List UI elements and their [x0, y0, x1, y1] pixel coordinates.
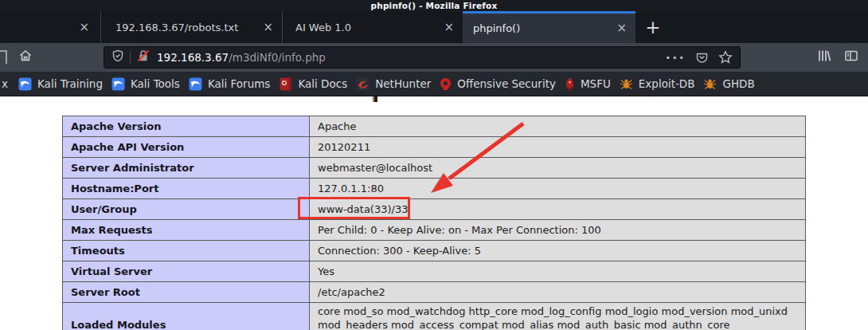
page-actions-icon[interactable]: ••• — [666, 53, 686, 63]
plus-icon: + — [645, 17, 660, 37]
table-row: Apache API Version 20120211 — [63, 137, 806, 158]
insecure-lock-icon[interactable] — [137, 49, 151, 65]
row-value: 127.0.1.1:80 — [310, 179, 806, 199]
kali-dragon-icon — [18, 77, 32, 91]
sidebar-icon — [844, 49, 858, 66]
offsec-icon — [440, 77, 452, 91]
bookmark-kali-docs[interactable]: Kali Docs — [279, 77, 347, 91]
urlbar-divider — [130, 51, 131, 65]
bookmark-label: Kali Forums — [208, 77, 271, 90]
tab-bar: × 192.168.3.67/robots.txt × AI Web 1.0 ×… — [0, 11, 868, 43]
partial-bookmark-label[interactable]: x — [0, 77, 10, 90]
url-text[interactable]: 192.168.3.67/m3diNf0/info.php — [157, 51, 326, 64]
row-label: Virtual Server — [63, 261, 310, 282]
bookmark-label: GHDB — [722, 77, 754, 90]
bookmark-kali-training[interactable]: Kali Training — [18, 77, 103, 91]
url-host: 192.168.3.67 — [157, 51, 229, 64]
new-tab-button[interactable]: + — [635, 11, 671, 43]
table-row: Server Root /etc/apache2 — [63, 282, 806, 303]
bookmark-star-icon[interactable] — [718, 50, 733, 65]
tab-label: AI Web 1.0 — [295, 22, 351, 33]
pocket-icon[interactable] — [695, 51, 709, 65]
spider-icon — [703, 77, 717, 91]
tab-partial[interactable]: × — [0, 11, 100, 43]
spider-icon — [620, 77, 633, 91]
tab-label: phpinfo() — [473, 22, 520, 34]
row-value: Connection: 300 - Keep-Alive: 5 — [310, 241, 806, 261]
row-label: Apache API Version — [63, 137, 310, 158]
bookmark-label: Exploit-DB — [639, 77, 695, 90]
close-icon[interactable]: × — [608, 19, 635, 37]
table-row: Loaded Modules core mod_so mod_watchdog … — [63, 303, 806, 330]
bookmark-label: Offensive Security — [457, 77, 556, 90]
library-button[interactable] — [815, 49, 833, 66]
table-row-user-group: User/Group www-data(33)/33 — [63, 199, 806, 220]
sidebars-button[interactable] — [843, 49, 860, 66]
table-row: Apache Version Apache — [63, 116, 806, 137]
table-row: Hostname:Port 127.0.1.1:80 — [63, 179, 806, 199]
nethunter-icon — [356, 77, 369, 91]
close-icon[interactable]: × — [435, 18, 463, 37]
shield-icon[interactable] — [111, 49, 124, 65]
table-row: Server Administrator webmaster@localhost — [63, 158, 806, 179]
row-value: Apache — [310, 116, 806, 137]
tab-label: 192.168.3.67/robots.txt — [115, 22, 238, 33]
bookmarks-toolbar: x Kali Training Kali Tools Kali Forums K… — [0, 72, 868, 96]
kali-dragon-icon — [111, 77, 125, 91]
bookmark-offensive-security[interactable]: Offensive Security — [440, 77, 556, 91]
library-icon — [817, 49, 831, 66]
table-row: Max Requests Per Child: 0 - Keep Alive: … — [63, 220, 806, 241]
docs-book-icon — [279, 77, 292, 91]
row-label: Server Administrator — [63, 158, 310, 179]
row-value: core mod_so mod_watchdog http_core mod_l… — [310, 303, 806, 330]
bookmark-kali-forums[interactable]: Kali Forums — [189, 77, 271, 91]
home-icon — [18, 49, 33, 66]
tab-robots-txt[interactable]: 192.168.3.67/robots.txt × — [100, 11, 282, 43]
row-label: Max Requests — [63, 220, 310, 241]
partial-toolbar-icon — [0, 50, 7, 64]
tab-ai-web[interactable]: AI Web 1.0 × — [282, 11, 463, 43]
window-titlebar: phpinfo() - Mozilla Firefox — [0, 0, 868, 11]
bookmark-msfu[interactable]: MSFU — [565, 77, 611, 91]
annotation-highlight-box — [298, 197, 410, 219]
row-value: Per Child: 0 - Keep Alive: on - Max Per … — [310, 220, 806, 241]
row-label: Apache Version — [63, 116, 310, 137]
bookmark-kali-tools[interactable]: Kali Tools — [111, 77, 180, 91]
bookmark-label: Kali Tools — [131, 77, 180, 90]
bookmark-label: MSFU — [581, 77, 611, 90]
row-label: Timeouts — [63, 241, 310, 261]
home-button[interactable] — [17, 49, 34, 66]
bookmark-label: Kali Training — [37, 77, 103, 90]
row-label: Hostname:Port — [63, 179, 310, 199]
url-bar[interactable]: 192.168.3.67/m3diNf0/info.php ••• — [104, 46, 741, 69]
table-row: Timeouts Connection: 300 - Keep-Alive: 5 — [63, 241, 806, 261]
bookmark-ghdb[interactable]: GHDB — [703, 77, 754, 91]
row-label: Loaded Modules — [63, 303, 310, 330]
row-value: Yes — [310, 261, 806, 282]
bookmark-label: Kali Docs — [298, 77, 347, 90]
page-content: Apache Version Apache Apache API Version… — [0, 96, 868, 330]
close-icon[interactable]: × — [254, 18, 282, 37]
phpinfo-apache-table: Apache Version Apache Apache API Version… — [62, 116, 806, 330]
clipped-heading-fragment — [373, 96, 377, 102]
table-row: Virtual Server Yes — [63, 261, 806, 282]
kali-dragon-icon — [189, 77, 202, 91]
close-icon[interactable]: × — [70, 18, 100, 37]
row-label: Server Root — [63, 282, 310, 303]
bookmark-exploit-db[interactable]: Exploit-DB — [620, 77, 695, 91]
tab-phpinfo-active[interactable]: phpinfo() × — [463, 11, 635, 43]
msfu-rocket-icon — [565, 77, 575, 91]
row-value: webmaster@localhost — [310, 158, 806, 179]
navigation-toolbar: 192.168.3.67/m3diNf0/info.php ••• — [0, 43, 868, 72]
row-value: 20120211 — [310, 137, 806, 158]
window-title: phpinfo() - Mozilla Firefox — [371, 1, 498, 10]
row-value: /etc/apache2 — [310, 282, 806, 303]
bookmark-label: NetHunter — [375, 77, 431, 90]
url-path: /m3diNf0/info.php — [229, 51, 326, 64]
row-label: User/Group — [63, 199, 310, 220]
bookmark-nethunter[interactable]: NetHunter — [356, 77, 431, 91]
